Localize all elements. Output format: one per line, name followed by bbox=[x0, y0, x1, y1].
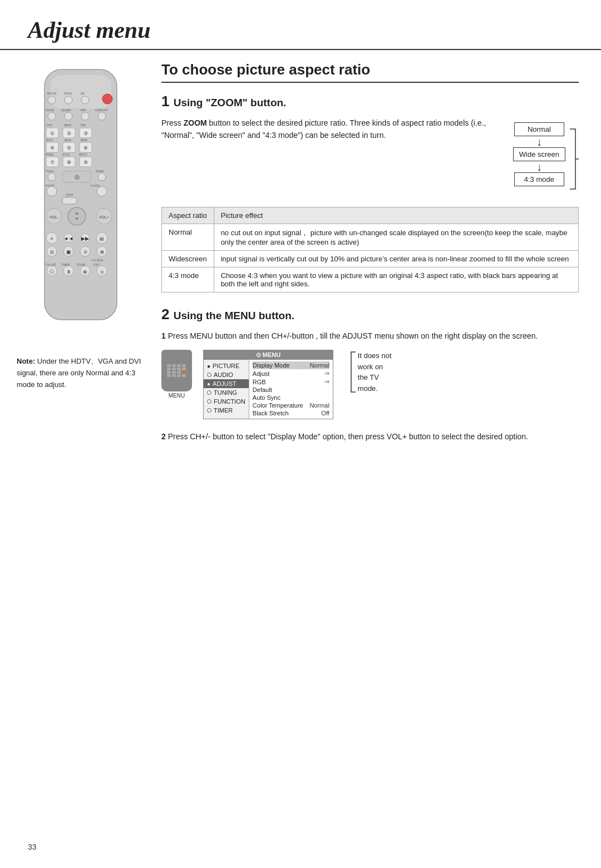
svg-text:⑧: ⑧ bbox=[67, 160, 71, 165]
svg-point-8 bbox=[102, 94, 112, 104]
svg-text:⊟: ⊟ bbox=[50, 250, 54, 255]
svg-text:⊙: ⊙ bbox=[100, 270, 104, 275]
menu-row-adjust: Adjust ⇒ bbox=[253, 369, 329, 378]
table-col1: Aspect ratio bbox=[162, 207, 214, 224]
annotation-text: It does not work on the TV mode. bbox=[358, 350, 392, 394]
menu-item-function: FUNCTION bbox=[204, 397, 249, 406]
svg-text:SCAN: SCAN bbox=[46, 108, 54, 112]
table-cell-effect: no cut out on input signal， picture with… bbox=[214, 224, 578, 251]
step2-number: 2 bbox=[161, 306, 174, 323]
svg-text:S.STD: S.STD bbox=[91, 184, 100, 187]
svg-point-58 bbox=[68, 207, 86, 225]
svg-point-14 bbox=[65, 112, 72, 120]
svg-text:ⓘ: ⓘ bbox=[50, 269, 54, 274]
menu-item-timer: TIMER bbox=[204, 406, 249, 415]
step1-number: 1 bbox=[161, 93, 174, 110]
menu-item-adjust: ● ADJUST bbox=[204, 379, 249, 388]
note-label: Note: bbox=[17, 357, 35, 365]
svg-text:CH/S: CH/S bbox=[46, 123, 53, 127]
svg-text:▣: ▣ bbox=[66, 249, 71, 255]
svg-text:≡: ≡ bbox=[51, 236, 53, 241]
table-cell-ratio: Normal bbox=[162, 224, 214, 251]
aspect-table: Aspect ratio Picture effect Normalno cut… bbox=[161, 207, 579, 292]
svg-point-16 bbox=[98, 112, 106, 120]
svg-text:JKL%: JKL% bbox=[46, 138, 53, 142]
svg-text:SWAP: SWAP bbox=[96, 170, 104, 173]
svg-text:SLEEP: SLEEP bbox=[61, 108, 71, 112]
svg-point-7 bbox=[81, 96, 89, 104]
svg-point-53 bbox=[97, 186, 107, 196]
svg-text:▤: ▤ bbox=[100, 236, 104, 241]
svg-text:WXYZ: WXYZ bbox=[79, 153, 87, 156]
zoom-description: Press ZOOM button to select the desired … bbox=[161, 117, 496, 196]
note-section: Note: Under the HDTV、VGA and DVI signal,… bbox=[17, 356, 145, 390]
menu-item-audio: AUDIO bbox=[204, 370, 249, 379]
step2-para2: 2 Press CH+/- button to select "Display … bbox=[161, 430, 579, 443]
svg-text:⊕: ⊕ bbox=[83, 269, 87, 275]
svg-text:⑦: ⑦ bbox=[50, 160, 55, 165]
svg-point-46 bbox=[48, 173, 56, 181]
aspect-box-wide: Wide screen bbox=[513, 147, 565, 161]
table-cell-effect: input signal is vertically cut out by 10… bbox=[214, 251, 578, 267]
svg-rect-55 bbox=[62, 197, 77, 204]
svg-text:M: M bbox=[76, 217, 78, 220]
svg-text:⓪: ⓪ bbox=[75, 175, 80, 180]
table-row: Widescreeninput signal is vertically cut… bbox=[162, 251, 579, 267]
svg-text:◄◄: ◄◄ bbox=[63, 236, 73, 241]
svg-text:M: M bbox=[76, 212, 78, 215]
menu-item-picture: ● PICTURE bbox=[204, 361, 249, 370]
svg-text:CH+: CH+ bbox=[66, 193, 73, 197]
svg-point-13 bbox=[48, 112, 56, 120]
bracket-svg bbox=[568, 126, 579, 192]
svg-text:TV/AU: TV/AU bbox=[46, 170, 54, 173]
svg-text:⑥: ⑥ bbox=[83, 145, 88, 151]
menu-item-tuning: TUNING bbox=[204, 388, 249, 397]
page-title: Adjust menu bbox=[0, 0, 601, 50]
menu-row-black-stretch: Black Stretch Off bbox=[253, 409, 329, 417]
menu-right-panel: Display Mode Normal Adjust ⇒ RGB ⇒ bbox=[249, 360, 333, 419]
step2-heading: 2 Using the MENU button. bbox=[161, 306, 579, 323]
step1-label: Using "ZOOM" button. bbox=[174, 97, 287, 108]
table-row: 4:3 modeChoose 4:3 when you want to view… bbox=[162, 267, 579, 292]
svg-text:DISPLAY: DISPLAY bbox=[95, 108, 108, 112]
svg-text:⊠: ⊠ bbox=[100, 250, 104, 255]
menu-left-panel: ● PICTURE AUDIO ● ADJUST bbox=[204, 360, 249, 419]
svg-text:POR&: POR& bbox=[46, 153, 54, 156]
svg-text:MNO: MNO bbox=[81, 138, 87, 142]
svg-text:DEF: DEF bbox=[81, 123, 86, 127]
page-number: 33 bbox=[28, 842, 37, 851]
svg-text:VOL-: VOL- bbox=[50, 215, 59, 219]
table-cell-ratio: 4:3 mode bbox=[162, 267, 214, 292]
svg-point-5 bbox=[48, 96, 56, 104]
svg-text:③: ③ bbox=[83, 131, 88, 136]
aspect-box-43: 4:3 mode bbox=[514, 172, 564, 186]
remote-control-image: MUTE STILL I/II SCAN SLEEP PIP DISPLAY bbox=[31, 67, 131, 334]
aspect-box-normal: Normal bbox=[514, 122, 564, 136]
section-heading: To choose picture aspect ratio bbox=[161, 61, 579, 83]
svg-point-6 bbox=[65, 96, 72, 104]
svg-text:PIP: PIP bbox=[81, 108, 86, 112]
step2-para1: 1 Press MENU button and then CH+/-button… bbox=[161, 330, 579, 342]
table-row: Normalno cut out on input signal， pictur… bbox=[162, 224, 579, 251]
menu-row-rgb: RGB ⇒ bbox=[253, 378, 329, 386]
svg-text:①: ① bbox=[50, 131, 55, 136]
svg-text:I/II: I/II bbox=[81, 92, 85, 95]
svg-text:H.LOCK: H.LOCK bbox=[92, 259, 104, 262]
svg-text:⑤: ⑤ bbox=[67, 145, 71, 151]
svg-text:④: ④ bbox=[50, 145, 55, 151]
svg-text:ABC8: ABC8 bbox=[64, 123, 71, 127]
svg-point-49 bbox=[98, 173, 106, 181]
svg-point-52 bbox=[47, 186, 57, 196]
svg-point-15 bbox=[81, 112, 89, 120]
svg-text:STILL: STILL bbox=[64, 92, 73, 95]
menu-row-default: Default bbox=[253, 386, 329, 394]
menu-label: MENU bbox=[169, 393, 185, 399]
step1-heading: 1 Using "ZOOM" button. bbox=[161, 93, 579, 110]
table-col2: Picture effect bbox=[214, 207, 578, 224]
svg-text:EXIT: EXIT bbox=[93, 263, 100, 266]
svg-text:VOL+: VOL+ bbox=[99, 215, 109, 219]
mini-remote-icon bbox=[161, 350, 192, 391]
table-cell-effect: Choose 4:3 when you want to view a pictu… bbox=[214, 267, 578, 292]
menu-row-autosync: Auto Sync bbox=[253, 394, 329, 401]
svg-text:②: ② bbox=[67, 131, 71, 136]
